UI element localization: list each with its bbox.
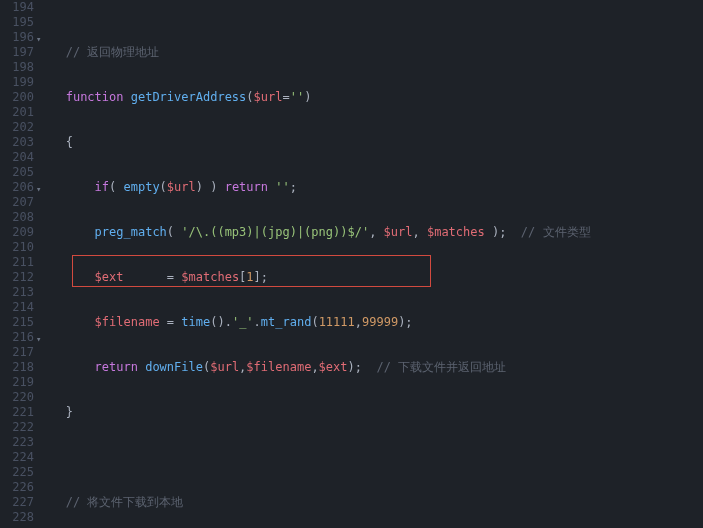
line-number: 201 (0, 105, 34, 120)
line-number: 213 (0, 285, 34, 300)
fold-marker-icon[interactable]: ▾ (36, 32, 41, 47)
fold-marker-icon[interactable]: ▾ (36, 332, 41, 347)
line-number-gutter: 1941951961971981992002012022032042052062… (0, 0, 44, 528)
line-number: 203 (0, 135, 34, 150)
code-line: if( empty($url) ) return ''; (44, 180, 703, 195)
line-number: 205 (0, 165, 34, 180)
line-number: 197 (0, 45, 34, 60)
line-number: 218 (0, 360, 34, 375)
line-number: 210 (0, 240, 34, 255)
line-number: 212 (0, 270, 34, 285)
line-number: 220 (0, 390, 34, 405)
line-number: 198 (0, 60, 34, 75)
line-number: 195 (0, 15, 34, 30)
code-area[interactable]: // 返回物理地址 function getDriverAddress($url… (44, 0, 703, 528)
line-number: 227 (0, 495, 34, 510)
line-number: 224 (0, 450, 34, 465)
code-line (44, 450, 703, 465)
line-number: 216 (0, 330, 34, 345)
code-line: // 返回物理地址 (44, 45, 703, 60)
line-number: 206 (0, 180, 34, 195)
line-number: 214 (0, 300, 34, 315)
code-line: preg_match( '/\.((mp3)|(jpg)|(png))$/', … (44, 225, 703, 240)
line-number: 200 (0, 90, 34, 105)
line-number: 222 (0, 420, 34, 435)
code-line: $filename = time().'_'.mt_rand(11111,999… (44, 315, 703, 330)
code-line: function getDriverAddress($url='') (44, 90, 703, 105)
line-number: 199 (0, 75, 34, 90)
line-number: 217 (0, 345, 34, 360)
code-line: { (44, 135, 703, 150)
line-number: 225 (0, 465, 34, 480)
line-number: 208 (0, 210, 34, 225)
line-number: 207 (0, 195, 34, 210)
line-number: 215 (0, 315, 34, 330)
code-editor[interactable]: 1941951961971981992002012022032042052062… (0, 0, 703, 528)
line-number: 219 (0, 375, 34, 390)
code-line: return downFile($url,$filename,$ext); //… (44, 360, 703, 375)
code-line: // 将文件下载到本地 (44, 495, 703, 510)
line-number: 209 (0, 225, 34, 240)
fold-marker-icon[interactable]: ▾ (36, 182, 41, 197)
line-number: 226 (0, 480, 34, 495)
line-number: 223 (0, 435, 34, 450)
line-number: 228 (0, 510, 34, 525)
code-line: $ext = $matches[1]; (44, 270, 703, 285)
line-number: 221 (0, 405, 34, 420)
code-line: } (44, 405, 703, 420)
line-number: 202 (0, 120, 34, 135)
line-number: 196 (0, 30, 34, 45)
line-number: 194 (0, 0, 34, 15)
line-number: 204 (0, 150, 34, 165)
line-number: 211 (0, 255, 34, 270)
